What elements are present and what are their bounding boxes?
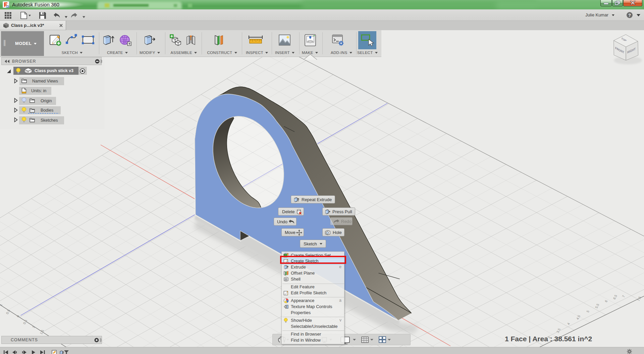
svg-text:?: ?: [628, 13, 631, 18]
